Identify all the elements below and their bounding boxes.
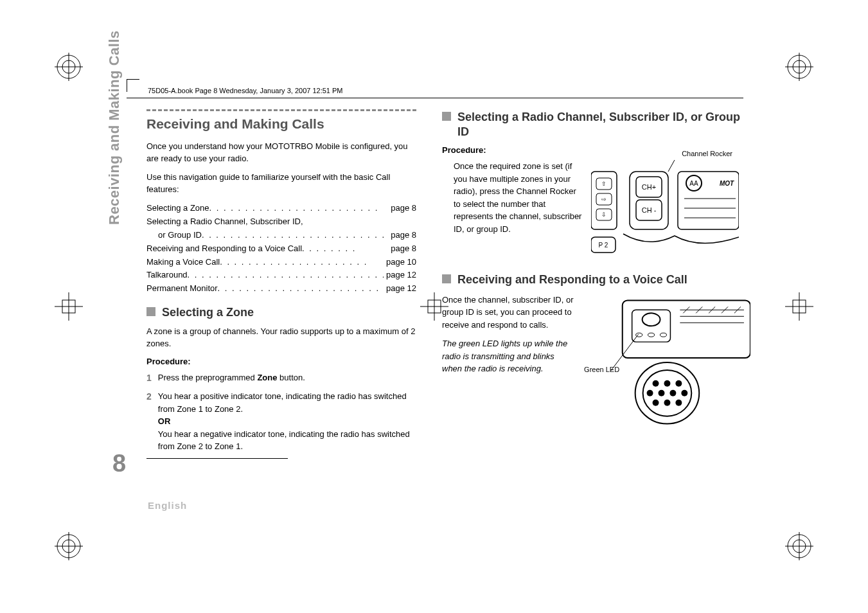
svg-rect-47 (623, 300, 750, 358)
step-number: 1 (146, 371, 152, 385)
svg-point-51 (648, 333, 655, 337)
toc-line: Selecting a Zone. . . . . . . . . . . . … (146, 202, 416, 215)
frame-line (127, 98, 743, 98)
sidebar-section-label: Receiving and Making Calls (106, 30, 123, 225)
svg-point-52 (660, 333, 667, 337)
toc-line: Receiving and Responding to a Voice Call… (146, 242, 416, 256)
svg-text:CH+: CH+ (642, 183, 656, 191)
page-number: 8 (112, 450, 126, 477)
page-title: Receiving and Making Calls (146, 116, 416, 132)
svg-text:MOT: MOT (720, 180, 734, 187)
procedure-label: Procedure: (146, 357, 416, 366)
zone-body: A zone is a group of channels. Your radi… (146, 326, 416, 350)
svg-text:⇨: ⇨ (601, 196, 607, 202)
crop-mark-br (785, 532, 813, 560)
crop-mark-bl (55, 532, 83, 560)
svg-text:CH -: CH - (642, 206, 657, 214)
divider (146, 109, 416, 111)
crop-mark-mr (785, 292, 813, 321)
svg-point-56 (635, 362, 700, 423)
svg-point-58 (653, 380, 659, 386)
svg-point-60 (675, 380, 682, 386)
toc-line: Talkaround . . . . . . . . . . . . . . .… (146, 269, 416, 282)
section-box-icon (442, 274, 451, 283)
svg-text:⇧: ⇧ (601, 181, 607, 187)
svg-point-49 (642, 313, 660, 326)
toc-line: Selecting a Radio Channel, Subscriber ID… (146, 215, 416, 229)
svg-line-25 (668, 160, 675, 172)
radio-illustration-top-view: Channel Rocker ⇧ ⇨ ⇩ (591, 160, 739, 256)
radio-microphone-illustration: Green LED (584, 294, 750, 429)
section-title-voice-call: Receiving and Responding to a Voice Call (457, 272, 687, 287)
svg-point-65 (653, 399, 659, 405)
intro-paragraph-1: Once you understand how your MOTOTRBO Mo… (146, 141, 416, 165)
svg-point-59 (664, 380, 671, 386)
voice-call-body: Once the channel, subscriber ID, or grou… (442, 294, 576, 332)
frame-line (127, 79, 127, 92)
svg-point-62 (659, 389, 665, 396)
intro-paragraph-2: Use this navigation guide to familiarize… (146, 172, 416, 196)
svg-point-61 (647, 389, 653, 396)
svg-point-63 (670, 389, 677, 396)
header-text: 75D05-A.book Page 8 Wednesday, January 3… (148, 87, 343, 94)
step-body: Press the preprogrammed Zone button. (158, 371, 416, 385)
green-led-label: Green LED (584, 366, 619, 374)
channel-step-text: Once the required zone is set (if you ha… (442, 160, 583, 256)
toc-line: Permanent Monitor. . . . . . . . . . . .… (146, 282, 416, 296)
section-title-zone: Selecting a Zone (162, 305, 254, 320)
svg-point-64 (681, 389, 687, 396)
toc-line: Making a Voice Call. . . . . . . . . . .… (146, 256, 416, 269)
step-number: 2 (146, 390, 152, 453)
toc-line: or Group ID. . . . . . . . . . . . . . .… (146, 229, 416, 242)
crop-mark-tl (55, 53, 83, 81)
voice-call-led-note: The green LED lights up while the radio … (442, 337, 576, 375)
svg-point-67 (675, 399, 682, 405)
svg-text:P 2: P 2 (599, 242, 608, 249)
section-box-icon (146, 307, 155, 316)
svg-point-66 (664, 399, 671, 405)
section-title-channel: Selecting a Radio Channel, Subscriber ID… (457, 110, 750, 139)
crop-mark-ml (55, 292, 83, 321)
svg-text:⇩: ⇩ (601, 211, 607, 218)
crop-mark-tr (785, 53, 813, 81)
language-label: English (148, 500, 187, 511)
frame-line (127, 79, 139, 80)
section-box-icon (442, 112, 451, 121)
channel-rocker-label: Channel Rocker (682, 150, 732, 157)
step-body: You hear a positive indicator tone, indi… (158, 390, 416, 453)
svg-text:AA: AA (689, 180, 698, 187)
divider (146, 458, 288, 459)
